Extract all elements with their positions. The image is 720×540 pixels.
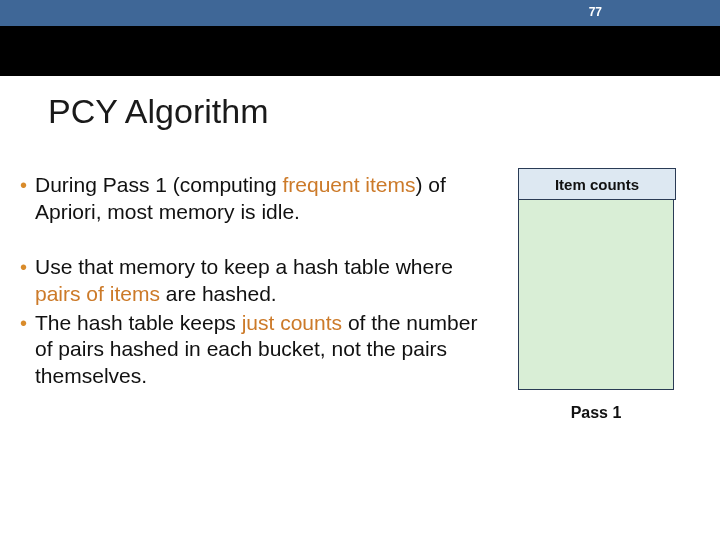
memory-rect: Item counts <box>518 168 674 390</box>
item-counts-box: Item counts <box>518 168 676 200</box>
highlight-text: frequent items <box>282 173 415 196</box>
bullet-item: • The hash table keeps just counts of th… <box>20 310 500 391</box>
text-fragment: Use that memory to keep a hash table whe… <box>35 255 453 278</box>
bullet-dot-icon: • <box>20 310 27 336</box>
text-fragment: The hash table keeps <box>35 311 242 334</box>
header-black-band <box>0 26 720 76</box>
bullet-item: • Use that memory to keep a hash table w… <box>20 254 500 308</box>
page-number: 77 <box>589 5 602 19</box>
bullet-dot-icon: • <box>20 254 27 280</box>
bullet-text: The hash table keeps just counts of the … <box>35 310 500 391</box>
bullet-text: Use that memory to keep a hash table whe… <box>35 254 500 308</box>
slide-title: PCY Algorithm <box>48 92 268 131</box>
bullet-dot-icon: • <box>20 172 27 198</box>
bullet-group: • Use that memory to keep a hash table w… <box>20 254 500 390</box>
header-bar: 77 <box>0 0 720 26</box>
bullet-text: During Pass 1 (computing frequent items)… <box>35 172 500 226</box>
pass-label: Pass 1 <box>518 404 674 422</box>
highlight-text: just counts <box>242 311 342 334</box>
highlight-text: pairs of items <box>35 282 160 305</box>
content-area: • During Pass 1 (computing frequent item… <box>20 172 500 392</box>
memory-diagram: Item counts Pass 1 <box>518 168 674 422</box>
text-fragment: are hashed. <box>160 282 277 305</box>
text-fragment: During Pass 1 (computing <box>35 173 282 196</box>
bullet-item: • During Pass 1 (computing frequent item… <box>20 172 500 226</box>
slide: 77 PCY Algorithm • During Pass 1 (comput… <box>0 0 720 540</box>
